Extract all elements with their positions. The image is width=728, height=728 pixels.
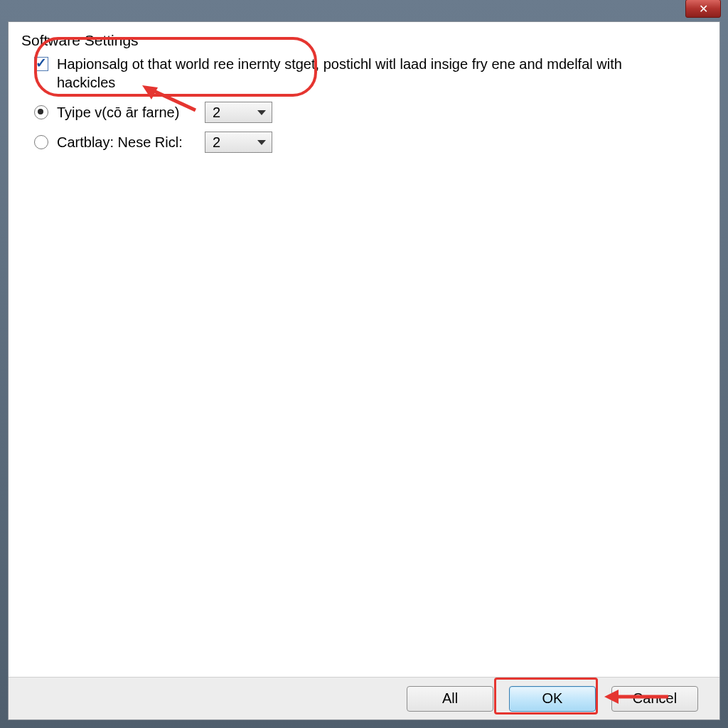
titlebar[interactable]: ✕ [0, 0, 728, 21]
radio-type[interactable] [34, 105, 48, 119]
all-button-label: All [442, 690, 458, 707]
chevron-down-icon [257, 110, 266, 115]
option-checkbox-label: Hapionsalg ot that world ree inernty stg… [57, 55, 626, 92]
dialog-window: ✕ Software Settings Hapionsalg ot that w… [0, 0, 728, 728]
dropdown-cartblay-value: 2 [213, 134, 220, 151]
dropdown-type-value: 2 [213, 105, 220, 121]
radio-type-label: Tyipe v(cō ār farne) [57, 105, 199, 121]
cancel-button[interactable]: Cancel [611, 686, 698, 712]
option-checkbox[interactable] [34, 57, 48, 71]
dropdown-type[interactable]: 2 [205, 102, 272, 123]
content-panel: Software Settings Hapionsalg ot that wor… [9, 22, 719, 677]
radio-row-type: Tyipe v(cō ār farne) 2 [21, 102, 707, 123]
section-title: Software Settings [21, 32, 707, 49]
button-bar: All OK Cancel [9, 677, 719, 719]
radio-cartblay-label: Cartblay: Nese Ricl: [57, 134, 199, 151]
dropdown-cartblay[interactable]: 2 [205, 132, 272, 153]
option-checkbox-row: Hapionsalg ot that world ree inernty stg… [21, 55, 707, 92]
client-area: Software Settings Hapionsalg ot that wor… [8, 21, 720, 720]
radio-cartblay[interactable] [34, 135, 48, 149]
ok-button-label: OK [542, 690, 563, 707]
all-button[interactable]: All [407, 686, 493, 712]
cancel-button-label: Cancel [633, 690, 677, 707]
chevron-down-icon [257, 140, 266, 145]
radio-row-cartblay: Cartblay: Nese Ricl: 2 [21, 132, 707, 153]
ok-button[interactable]: OK [509, 686, 596, 712]
close-icon: ✕ [699, 2, 708, 16]
close-button[interactable]: ✕ [685, 0, 721, 18]
